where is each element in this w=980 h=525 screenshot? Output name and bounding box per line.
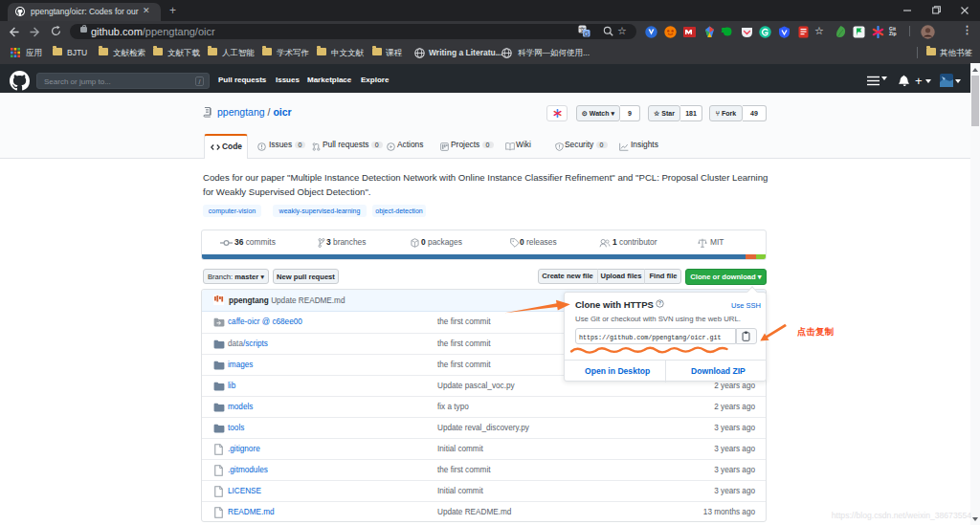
svg-text:点击复制: 点击复制 bbox=[797, 326, 835, 337]
